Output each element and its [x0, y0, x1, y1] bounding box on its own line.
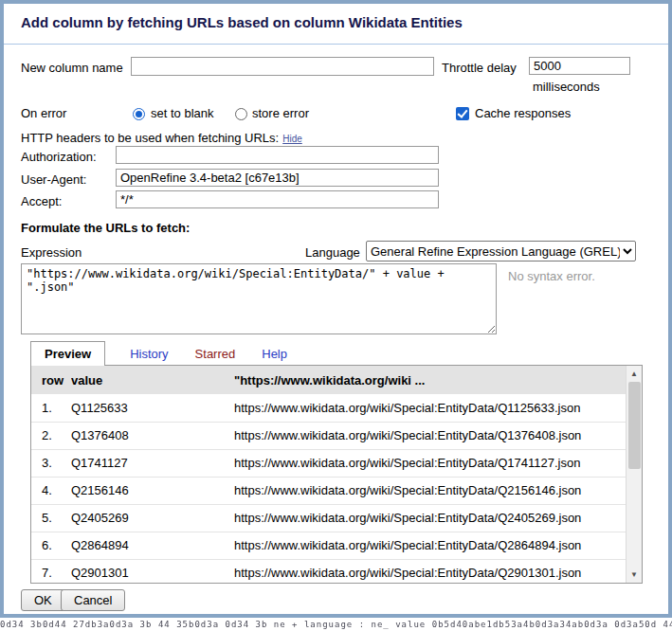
url-cell: https://www.wikidata.org/wiki/Special:En… — [234, 504, 626, 532]
http-headers-heading: HTTP headers to be used when fetching UR… — [21, 131, 302, 145]
ok-button[interactable]: OK — [21, 589, 65, 611]
on-error-label: On error — [21, 106, 66, 120]
syntax-status: No syntax error. — [508, 269, 595, 283]
accept-label: Accept: — [21, 194, 62, 208]
table-row: 1. Q1125633 https://www.wikidata.org/wik… — [31, 394, 626, 422]
language-select[interactable]: General Refine Expression Language (GREL… — [366, 241, 636, 261]
table-row: 7. Q2901301 https://www.wikidata.org/wik… — [31, 559, 626, 584]
http-headers-heading-text: HTTP headers to be used when fetching UR… — [21, 131, 279, 145]
background-text: 0d34 3b0d44 27db3a0d3a 3b 44 35b0d3a 0d3… — [0, 618, 672, 631]
row-index-cell: 5. — [31, 504, 71, 532]
dialog-title: Add column by fetching URLs based on col… — [21, 14, 463, 30]
row-index-cell: 1. — [31, 394, 71, 422]
new-column-name-input[interactable] — [131, 57, 434, 76]
scroll-up-icon[interactable]: ▲ — [627, 366, 642, 382]
throttle-unit-label: milliseconds — [533, 80, 600, 94]
user-agent-input[interactable] — [116, 169, 439, 187]
column-header-url: "https://www.wikidata.org/wiki ... — [234, 366, 626, 394]
row-index-cell: 2. — [31, 422, 71, 449]
url-cell: https://www.wikidata.org/wiki/Special:En… — [234, 532, 626, 559]
preview-table: row value "https://www.wikidata.org/wiki… — [31, 366, 626, 584]
table-row: 4. Q2156146 https://www.wikidata.org/wik… — [31, 477, 626, 504]
formulate-urls-heading: Formulate the URLs to fetch: — [21, 221, 190, 235]
user-agent-label: User-Agent: — [21, 172, 86, 187]
set-to-blank-radio[interactable] — [133, 108, 145, 120]
table-header-row: row value "https://www.wikidata.org/wiki… — [31, 366, 626, 394]
expression-textarea[interactable]: "https://www.wikidata.org/wiki/Special:E… — [21, 263, 497, 334]
value-cell: Q2901301 — [71, 559, 234, 584]
tab-help[interactable]: Help — [262, 347, 287, 361]
add-column-fetch-dialog: Add column by fetching URLs based on col… — [0, 0, 672, 618]
cache-responses-checkbox[interactable] — [456, 107, 469, 120]
tab-history[interactable]: History — [130, 347, 168, 361]
accept-input[interactable] — [116, 190, 439, 208]
value-cell: Q1125633 — [71, 394, 234, 422]
row-index-cell: 7. — [31, 559, 71, 584]
value-cell: Q2405269 — [71, 504, 234, 532]
scrollbar[interactable]: ▲ ▼ — [626, 366, 642, 583]
value-cell: Q2156146 — [71, 477, 234, 504]
expression-label: Expression — [21, 245, 82, 260]
cache-responses-label[interactable]: Cache responses — [475, 106, 571, 120]
language-label: Language — [305, 245, 360, 260]
value-cell: Q2864894 — [71, 532, 234, 559]
tab-preview[interactable]: Preview — [30, 341, 105, 366]
table-row: 6. Q2864894 https://www.wikidata.org/wik… — [31, 532, 626, 559]
authorization-label: Authorization: — [21, 150, 97, 164]
column-header-row: row — [31, 366, 71, 394]
tab-bar: Preview History Starred Help — [30, 341, 287, 366]
row-index-cell: 4. — [31, 477, 71, 504]
title-divider — [4, 44, 668, 45]
table-row: 3. Q1741127 https://www.wikidata.org/wik… — [31, 449, 626, 477]
url-cell: https://www.wikidata.org/wiki/Special:En… — [234, 449, 626, 477]
scroll-down-icon[interactable]: ▼ — [627, 567, 642, 583]
hide-headers-link[interactable]: Hide — [282, 134, 302, 144]
url-cell: https://www.wikidata.org/wiki/Special:En… — [234, 559, 626, 584]
store-error-radio-label[interactable]: store error — [252, 106, 309, 120]
throttle-delay-input[interactable] — [529, 57, 630, 75]
cancel-button[interactable]: Cancel — [61, 589, 125, 611]
row-index-cell: 3. — [31, 449, 71, 477]
url-cell: https://www.wikidata.org/wiki/Special:En… — [234, 394, 626, 422]
authorization-input[interactable] — [116, 146, 439, 164]
tab-starred[interactable]: Starred — [195, 347, 236, 361]
throttle-delay-label: Throttle delay — [442, 61, 517, 75]
url-cell: https://www.wikidata.org/wiki/Special:En… — [234, 477, 626, 504]
value-cell: Q1741127 — [71, 449, 234, 477]
table-row: 5. Q2405269 https://www.wikidata.org/wik… — [31, 504, 626, 532]
new-column-name-label: New column name — [21, 61, 123, 75]
store-error-radio[interactable] — [235, 108, 247, 120]
url-cell: https://www.wikidata.org/wiki/Special:En… — [234, 422, 626, 449]
value-cell: Q1376408 — [71, 422, 234, 449]
column-header-value: value — [71, 366, 234, 394]
set-to-blank-radio-label[interactable]: set to blank — [151, 106, 214, 120]
preview-panel: row value "https://www.wikidata.org/wiki… — [30, 365, 643, 584]
table-row: 2. Q1376408 https://www.wikidata.org/wik… — [31, 422, 626, 449]
row-index-cell: 6. — [31, 532, 71, 559]
scrollbar-thumb[interactable] — [628, 382, 641, 469]
